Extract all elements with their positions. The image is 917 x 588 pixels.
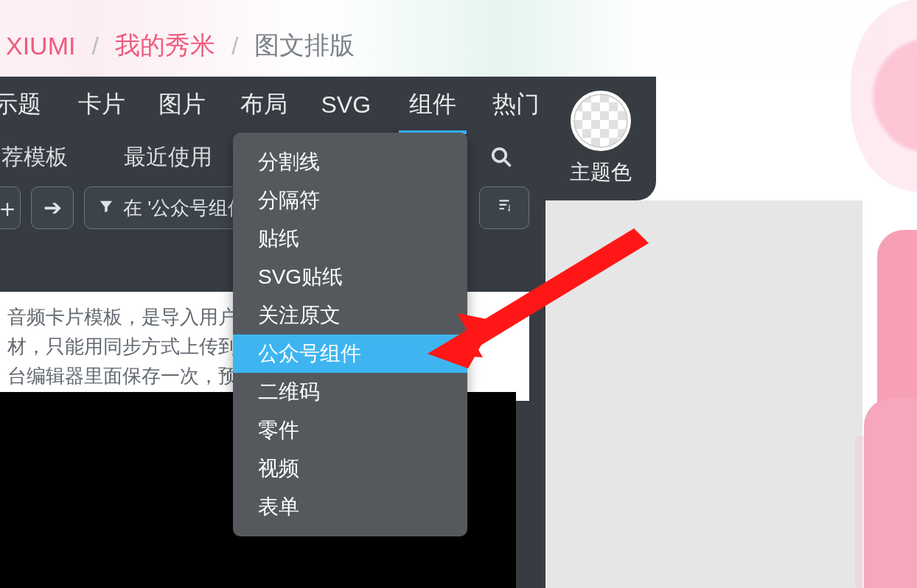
subtab-recommend[interactable]: 荐模板 [0,142,74,172]
dropdown-item-qrcode[interactable]: 二维码 [233,373,467,411]
decoration-pink-bottom [864,398,917,588]
add-button[interactable]: ＋ [0,186,21,229]
breadcrumb-link-myxiumi[interactable]: 我的秀米 [109,29,221,63]
dropdown-item-separator[interactable]: 分隔符 [233,181,467,220]
decoration-pink-slab [877,230,917,421]
svg-point-0 [493,149,506,162]
search-icon[interactable] [488,144,515,170]
dropdown-item-video[interactable]: 视频 [233,449,467,488]
breadcrumb: XIUMI / 我的秀米 / 图文排版 [0,29,360,62]
editor-canvas[interactable] [545,200,862,588]
tab-title[interactable]: 示题 [0,77,47,133]
theme-color-swatch[interactable] [571,91,631,151]
sort-button[interactable] [479,186,529,229]
tab-svg[interactable]: SVG [315,77,377,133]
dropdown-item-sticker[interactable]: 贴纸 [233,220,467,258]
dropdown-item-wechat-component[interactable]: 公众号组件 [233,335,467,373]
svg-line-1 [504,160,511,167]
breadcrumb-link-xiumi[interactable]: XIUMI [0,32,81,60]
tab-card[interactable]: 卡片 [72,77,131,133]
theme-color-label: 主题色 [570,158,632,186]
component-dropdown: 分割线 分隔符 贴纸 SVG贴纸 关注原文 公众号组件 二维码 零件 视频 表单 [233,133,467,536]
dropdown-item-part[interactable]: 零件 [233,411,467,449]
tab-component[interactable]: 组件 [403,77,462,133]
theme-color-bubble[interactable]: 主题色 [545,77,656,200]
forward-button[interactable]: ➔ [31,186,74,229]
tab-image[interactable]: 图片 [153,77,212,133]
tab-layout[interactable]: 布局 [234,77,293,133]
arrow-right-icon: ➔ [43,197,62,219]
subtab-recent[interactable]: 最近使用 [118,142,218,172]
dropdown-item-follow-original[interactable]: 关注原文 [233,296,467,335]
dropdown-item-svg-sticker[interactable]: SVG贴纸 [233,258,467,296]
tab-hot[interactable]: 热门 [487,77,545,133]
breadcrumb-current: 图文排版 [248,29,360,63]
breadcrumb-separator: / [81,32,108,60]
filter-label: 在 '公众号组件 [123,195,247,221]
category-tabs: 示题 卡片 图片 布局 SVG 组件 热门 [0,77,545,133]
plus-icon: ＋ [0,195,20,220]
dropdown-item-divider-line[interactable]: 分割线 [233,143,467,181]
breadcrumb-separator: / [221,32,248,60]
sort-icon [495,197,514,219]
filter-icon [98,197,114,220]
dropdown-item-form[interactable]: 表单 [233,488,467,526]
